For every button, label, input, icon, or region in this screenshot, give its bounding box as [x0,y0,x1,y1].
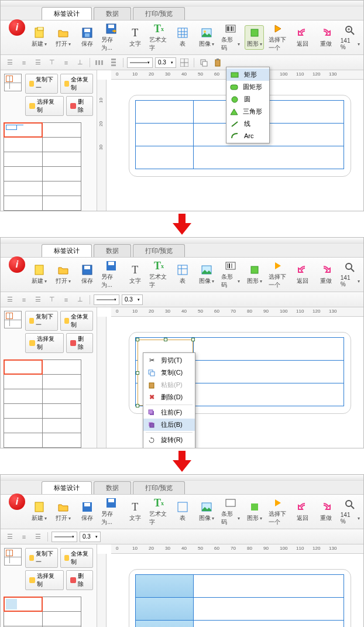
label-cell[interactable] [42,181,81,196]
copy-next-button[interactable]: 复制下一 [25,311,58,331]
barcode-button[interactable]: 条形码▾ [221,23,241,52]
text-button[interactable]: T文字 [125,27,145,48]
select-next-button[interactable]: 选择下一个 [269,23,288,52]
new-button[interactable]: 新建▾ [30,264,49,285]
table-button[interactable]: 表 [173,264,193,285]
redo-button[interactable]: 重做 [317,264,336,285]
table-button[interactable]: 表 [173,27,193,48]
save-button[interactable]: 保存 [78,27,97,48]
menu-copy[interactable]: 复制(C) [143,366,195,379]
align-bottom-button[interactable]: ⊥ [74,57,86,68]
layout-thumbnail[interactable] [4,311,22,328]
save-button[interactable]: 保存 [78,264,97,285]
label-cell[interactable] [42,152,81,167]
tab-print-preview[interactable]: 打印/预览 [133,7,185,20]
zoom-button[interactable]: 141 %▾ [341,25,360,50]
delete-button[interactable]: 删除 [66,570,93,590]
align-center-button[interactable]: ≡ [18,57,30,68]
paste-button[interactable] [212,57,224,68]
open-button[interactable]: 打开▾ [54,27,73,48]
select-copy-button[interactable]: 选择复制 [25,570,63,590]
delete-button[interactable]: 删除 [66,96,93,116]
new-button[interactable]: 新建▾ [30,501,49,522]
redo-button[interactable]: 重做 [317,501,336,522]
line-width-combo[interactable]: 0.3▾ [122,294,143,305]
layout-thumbnail[interactable] [4,74,22,91]
menu-triangle[interactable]: 三角形 [226,105,269,118]
copy-button[interactable] [198,57,210,68]
saveas-button[interactable]: 另存为... [101,260,121,289]
label-cell[interactable] [4,359,43,375]
select-copy-button[interactable]: 选择复制 [25,96,63,116]
back-button[interactable]: 返回 [293,264,312,285]
tab-label-design[interactable]: 标签设计 [42,244,92,257]
back-button[interactable]: 返回 [293,27,312,48]
label-cell[interactable] [42,122,81,138]
menu-round-rectangle[interactable]: 圆矩形 [226,81,269,93]
menu-delete[interactable]: ✖删除(D) [143,391,195,403]
align-top-button[interactable]: ⊤ [46,57,58,68]
image-button[interactable]: 图像▾ [197,264,217,285]
tab-label-design[interactable]: 标签设计 [42,481,92,494]
shape-button[interactable]: 图形▾ [245,501,264,522]
copy-next-button[interactable]: 复制下一 [25,74,58,94]
label-cell[interactable] [4,152,43,167]
menu-circle[interactable]: 圆 [226,93,269,105]
line-width-combo[interactable]: 0.3▾ [80,532,101,542]
layout-thumbnail[interactable] [4,548,22,566]
dist-h-button[interactable] [94,57,105,68]
table-object[interactable] [136,575,344,627]
text-button[interactable]: T文字 [125,264,145,285]
tab-print-preview[interactable]: 打印/预览 [133,244,185,257]
arttext-button[interactable]: Tx艺术文字 [149,260,169,289]
saveas-button[interactable]: 另存为... [101,497,121,526]
grid-button[interactable] [178,57,190,68]
arttext-button[interactable]: Tx艺术文字 [149,497,169,526]
label-cell[interactable] [4,137,43,152]
label-cell[interactable] [4,166,43,181]
new-button[interactable]: 新建▾ [30,27,49,48]
shape-button[interactable]: 图形▾ [245,264,264,285]
copy-all-button[interactable]: 全体复制 [60,74,93,94]
label-cell[interactable] [4,597,43,612]
menu-send-back[interactable]: 往后(B) [143,419,195,431]
table-button[interactable]: 表 [173,501,193,522]
shape-button[interactable]: 图形▾ [245,25,264,50]
select-copy-button[interactable]: 选择复制 [25,333,63,353]
save-button[interactable]: 保存 [78,501,97,522]
align-right-button[interactable]: ☰ [32,57,44,68]
align-middle-button[interactable]: ≡ [60,57,72,68]
menu-lock[interactable]: 锁定(L) [143,446,195,448]
menu-arc[interactable]: Arc [226,130,269,142]
label-cell[interactable] [42,137,81,152]
open-button[interactable]: 打开▾ [54,501,73,522]
back-button[interactable]: 返回 [293,501,312,522]
dist-v-button[interactable] [108,57,119,68]
zoom-button[interactable]: 141 %▾ [341,262,360,287]
label-cell[interactable] [4,122,43,138]
open-button[interactable]: 打开▾ [54,264,73,285]
tab-label-design[interactable]: 标签设计 [42,7,92,20]
line-style-combo[interactable]: ▾ [127,57,153,68]
barcode-button[interactable]: 条形码▾ [221,260,241,289]
tab-data[interactable]: 数据 [94,7,131,20]
barcode-button[interactable]: 条形码▾ [221,497,241,526]
copy-all-button[interactable]: 全体复制 [60,311,93,331]
tab-print-preview[interactable]: 打印/预览 [133,481,185,494]
menu-cut[interactable]: ✂剪切(T) [143,354,195,366]
zoom-button[interactable]: 141 %▾ [341,499,360,525]
delete-button[interactable]: 删除 [66,333,93,353]
tab-data[interactable]: 数据 [94,481,131,494]
menu-rotate[interactable]: 旋转(R) [143,434,195,446]
saveas-button[interactable]: 另存为... [101,23,121,52]
select-next-button[interactable]: 选择下一个 [269,260,288,289]
menu-rectangle[interactable]: 矩形 [226,68,269,81]
line-style-combo[interactable]: ▾ [51,532,77,542]
select-next-button[interactable]: 选择下一个 [269,497,288,526]
menu-line[interactable]: 线 [226,118,269,130]
label-cell[interactable] [4,196,43,211]
redo-button[interactable]: 重做 [317,27,336,48]
menu-paste[interactable]: 粘贴(P) [143,379,195,391]
label-cell[interactable] [42,196,81,211]
copy-next-button[interactable]: 复制下一 [25,548,58,568]
